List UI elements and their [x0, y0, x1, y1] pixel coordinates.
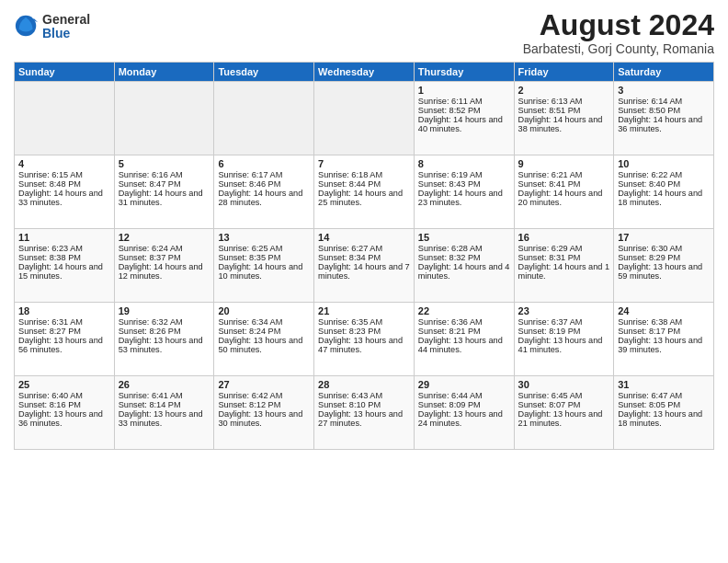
day-number: 27 — [218, 379, 310, 390]
day-info: Sunset: 8:31 PM — [518, 253, 610, 262]
day-info: Sunset: 8:50 PM — [618, 106, 710, 115]
column-header-friday: Friday — [514, 63, 614, 82]
day-number: 3 — [618, 85, 710, 96]
day-info: Sunset: 8:35 PM — [218, 253, 310, 262]
day-number: 9 — [518, 158, 610, 169]
day-info: Sunrise: 6:35 AM — [318, 317, 410, 327]
day-info: Sunrise: 6:27 AM — [318, 244, 410, 253]
calendar-cell: 10Sunrise: 6:22 AMSunset: 8:40 PMDayligh… — [614, 155, 714, 229]
logo-general-text: General — [42, 13, 90, 27]
day-number: 12 — [119, 232, 210, 243]
day-info: Sunrise: 6:14 AM — [618, 97, 710, 106]
calendar-cell: 14Sunrise: 6:27 AMSunset: 8:34 PMDayligh… — [314, 229, 415, 303]
calendar-cell: 23Sunrise: 6:37 AMSunset: 8:19 PMDayligh… — [514, 303, 614, 376]
calendar-cell: 2Sunrise: 6:13 AMSunset: 8:51 PMDaylight… — [514, 82, 614, 155]
day-info: Daylight: 14 hours and 1 minute. — [518, 262, 610, 281]
day-info: Daylight: 13 hours and 21 minutes. — [518, 409, 610, 428]
day-number: 14 — [318, 232, 410, 243]
day-number: 4 — [18, 158, 110, 169]
day-info: Sunrise: 6:34 AM — [218, 317, 310, 327]
day-info: Sunrise: 6:25 AM — [218, 244, 310, 253]
page-header: General Blue August 2024 Barbatesti, Gor… — [14, 9, 714, 56]
calendar-cell: 26Sunrise: 6:41 AMSunset: 8:14 PMDayligh… — [114, 376, 214, 450]
day-info: Daylight: 13 hours and 30 minutes. — [218, 409, 310, 428]
day-info: Daylight: 14 hours and 7 minutes. — [318, 262, 410, 281]
day-info: Sunrise: 6:44 AM — [418, 391, 510, 400]
day-info: Daylight: 14 hours and 23 minutes. — [418, 189, 510, 207]
day-info: Sunset: 8:24 PM — [218, 327, 310, 336]
calendar-cell: 29Sunrise: 6:44 AMSunset: 8:09 PMDayligh… — [414, 376, 514, 450]
day-info: Sunset: 8:29 PM — [618, 253, 710, 262]
day-info: Sunset: 8:44 PM — [318, 179, 410, 189]
day-info: Sunrise: 6:40 AM — [18, 391, 110, 400]
calendar-cell: 7Sunrise: 6:18 AMSunset: 8:44 PMDaylight… — [314, 155, 415, 229]
day-info: Sunrise: 6:24 AM — [119, 244, 210, 253]
day-info: Sunrise: 6:13 AM — [518, 97, 610, 106]
calendar-week-3: 11Sunrise: 6:23 AMSunset: 8:38 PMDayligh… — [15, 229, 714, 303]
calendar-week-2: 4Sunrise: 6:15 AMSunset: 8:48 PMDaylight… — [15, 155, 714, 229]
column-header-thursday: Thursday — [414, 63, 514, 82]
column-header-saturday: Saturday — [614, 63, 714, 82]
calendar-cell: 21Sunrise: 6:35 AMSunset: 8:23 PMDayligh… — [314, 303, 415, 376]
day-info: Sunset: 8:34 PM — [318, 253, 410, 262]
day-info: Daylight: 13 hours and 33 minutes. — [119, 409, 210, 428]
day-info: Daylight: 13 hours and 36 minutes. — [18, 409, 110, 428]
day-info: Sunrise: 6:41 AM — [119, 391, 210, 400]
day-number: 20 — [218, 305, 310, 316]
day-number: 11 — [18, 232, 110, 243]
calendar-cell: 3Sunrise: 6:14 AMSunset: 8:50 PMDaylight… — [614, 82, 714, 155]
logo: General Blue — [14, 13, 90, 41]
day-info: Sunrise: 6:42 AM — [218, 391, 310, 400]
day-number: 24 — [618, 305, 710, 316]
day-number: 7 — [318, 158, 410, 169]
day-info: Sunset: 8:37 PM — [119, 253, 210, 262]
calendar-cell: 13Sunrise: 6:25 AMSunset: 8:35 PMDayligh… — [214, 229, 314, 303]
day-info: Sunset: 8:21 PM — [418, 327, 510, 336]
day-info: Daylight: 14 hours and 15 minutes. — [18, 262, 110, 281]
calendar-header-row: SundayMondayTuesdayWednesdayThursdayFrid… — [15, 63, 714, 82]
day-info: Sunrise: 6:16 AM — [119, 170, 210, 179]
calendar-week-1: 1Sunrise: 6:11 AMSunset: 8:52 PMDaylight… — [15, 82, 714, 155]
day-info: Sunrise: 6:17 AM — [218, 170, 310, 179]
day-info: Daylight: 14 hours and 18 minutes. — [618, 189, 710, 207]
calendar-table: SundayMondayTuesdayWednesdayThursdayFrid… — [14, 62, 714, 450]
day-info: Sunrise: 6:37 AM — [518, 317, 610, 327]
day-info: Sunset: 8:07 PM — [518, 400, 610, 409]
day-info: Sunset: 8:48 PM — [18, 179, 110, 189]
calendar-cell: 1Sunrise: 6:11 AMSunset: 8:52 PMDaylight… — [414, 82, 514, 155]
location-title: Barbatesti, Gorj County, Romania — [523, 41, 714, 56]
day-info: Daylight: 14 hours and 4 minutes. — [418, 262, 510, 281]
day-info: Sunrise: 6:11 AM — [418, 97, 510, 106]
day-number: 28 — [318, 379, 410, 390]
calendar-cell: 18Sunrise: 6:31 AMSunset: 8:27 PMDayligh… — [15, 303, 115, 376]
day-info: Daylight: 14 hours and 33 minutes. — [18, 189, 110, 207]
day-number: 30 — [518, 379, 610, 390]
calendar-cell: 11Sunrise: 6:23 AMSunset: 8:38 PMDayligh… — [15, 229, 115, 303]
day-info: Sunset: 8:43 PM — [418, 179, 510, 189]
calendar-cell: 4Sunrise: 6:15 AMSunset: 8:48 PMDaylight… — [15, 155, 115, 229]
day-info: Daylight: 13 hours and 47 minutes. — [318, 336, 410, 354]
day-info: Sunset: 8:51 PM — [518, 106, 610, 115]
day-info: Sunrise: 6:36 AM — [418, 317, 510, 327]
day-info: Sunset: 8:19 PM — [518, 327, 610, 336]
day-info: Sunset: 8:40 PM — [618, 179, 710, 189]
day-info: Sunset: 8:12 PM — [218, 400, 310, 409]
day-number: 13 — [218, 232, 310, 243]
calendar-cell: 6Sunrise: 6:17 AMSunset: 8:46 PMDaylight… — [214, 155, 314, 229]
calendar-week-4: 18Sunrise: 6:31 AMSunset: 8:27 PMDayligh… — [15, 303, 714, 376]
day-info: Daylight: 14 hours and 40 minutes. — [418, 115, 510, 133]
day-info: Daylight: 13 hours and 44 minutes. — [418, 336, 510, 354]
day-number: 17 — [618, 232, 710, 243]
day-info: Sunset: 8:09 PM — [418, 400, 510, 409]
column-header-tuesday: Tuesday — [214, 63, 314, 82]
day-number: 21 — [318, 305, 410, 316]
day-info: Daylight: 13 hours and 24 minutes. — [418, 409, 510, 428]
day-info: Sunrise: 6:22 AM — [618, 170, 710, 179]
day-number: 10 — [618, 158, 710, 169]
day-number: 2 — [518, 85, 610, 96]
day-info: Daylight: 14 hours and 36 minutes. — [618, 115, 710, 133]
day-info: Daylight: 14 hours and 28 minutes. — [218, 189, 310, 207]
day-info: Sunrise: 6:31 AM — [18, 317, 110, 327]
day-number: 26 — [119, 379, 210, 390]
calendar-cell: 16Sunrise: 6:29 AMSunset: 8:31 PMDayligh… — [514, 229, 614, 303]
